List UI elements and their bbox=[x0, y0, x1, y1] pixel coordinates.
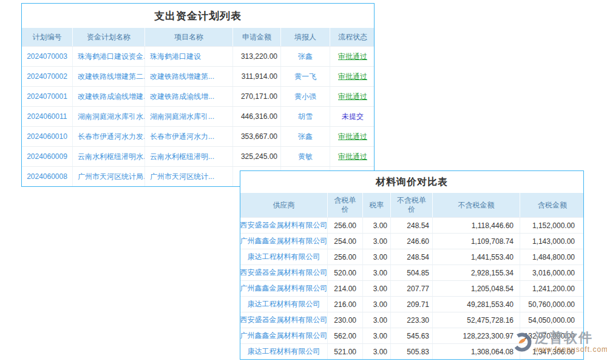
amount-cell: 313,220.00 bbox=[233, 47, 281, 66]
plan-row: 2024070001改建铁路成渝线增建...改建铁路成渝线增...270,171… bbox=[22, 86, 374, 106]
quote-row: 西安盛器金属材料有限公司230.003.00223.3052,475,728.1… bbox=[240, 312, 583, 328]
amount-incl-tax-cell: 3,016,000.00 bbox=[520, 265, 585, 280]
project-name-link[interactable]: 湖南洞庭湖水库引... bbox=[145, 107, 233, 126]
supplier-link[interactable]: 康达工程材料有限公司 bbox=[240, 344, 328, 359]
column-header: 流程状态 bbox=[330, 28, 375, 46]
status-link[interactable]: 审批通过 bbox=[330, 47, 375, 66]
project-name-link[interactable]: 广州市天河区统计... bbox=[145, 167, 233, 186]
supplier-link[interactable]: 广州鑫鑫金属材料有限公司 bbox=[240, 234, 328, 249]
plan-row: 2024070002改建铁路线增建第二...改建铁路线增建第...311,914… bbox=[22, 66, 374, 86]
plan-id-link[interactable]: 2024060009 bbox=[22, 147, 73, 166]
supplier-link[interactable]: 广州鑫鑫金属材料有限公司 bbox=[240, 328, 328, 343]
plan-id-link[interactable]: 2024070003 bbox=[22, 47, 73, 66]
amount-incl-tax-cell: 1,143,000.00 bbox=[520, 234, 585, 249]
plan-id-link[interactable]: 2024070001 bbox=[22, 87, 73, 106]
page: 支出资金计划列表 计划编号资金计划名称项目名称申请金额填报人流程状态 20240… bbox=[0, 0, 607, 364]
price-excl-tax-cell: 504.85 bbox=[391, 265, 433, 280]
tax-rate-cell: 3.00 bbox=[363, 344, 391, 359]
project-name-link[interactable]: 长春市伊通河水力... bbox=[145, 127, 233, 146]
price-incl-tax-cell: 216.00 bbox=[328, 297, 363, 312]
quote-row: 康达工程材料有限公司521.003.00505.831,308,064.081,… bbox=[240, 343, 583, 359]
amount-excl-tax-cell: 1,109,708.74 bbox=[433, 234, 520, 249]
tax-rate-cell: 3.00 bbox=[363, 234, 391, 249]
price-incl-tax-cell: 230.00 bbox=[328, 312, 363, 328]
amount-excl-tax-cell: 128,223,300.97 bbox=[433, 328, 520, 343]
column-header: 资金计划名称 bbox=[73, 28, 145, 46]
plan-table-body: 2024070003珠海鹤港口建设资金...珠海鹤港口建设313,220.00张… bbox=[22, 46, 374, 186]
amount-cell: 325,245.00 bbox=[233, 147, 281, 166]
column-header: 含税金额 bbox=[520, 193, 585, 217]
tax-rate-cell: 3.00 bbox=[363, 328, 391, 343]
amount-excl-tax-cell: 1,205,048.54 bbox=[433, 281, 520, 296]
plan-name-link[interactable]: 改建铁路线增建第二... bbox=[73, 67, 145, 86]
quote-table-panel: 材料询价对比表 供应商含税单价税率不含税单价不含税金额含税金额 西安盛器金属材料… bbox=[240, 170, 584, 360]
amount-excl-tax-cell: 2,928,155.34 bbox=[433, 265, 520, 280]
amount-cell: 270,171.00 bbox=[233, 87, 281, 106]
price-incl-tax-cell: 520.00 bbox=[328, 265, 363, 280]
status-link[interactable]: 审批通过 bbox=[330, 87, 375, 106]
plan-name-link[interactable]: 云南水利枢纽潜明水... bbox=[73, 147, 145, 166]
supplier-link[interactable]: 康达工程材料有限公司 bbox=[240, 297, 328, 312]
reporter-cell: 黄小强 bbox=[281, 87, 330, 106]
plan-name-link[interactable]: 湖南洞庭湖水库引水... bbox=[73, 107, 145, 126]
column-header: 申请金额 bbox=[233, 28, 281, 46]
supplier-link[interactable]: 西安盛器金属材料有限公司 bbox=[240, 312, 328, 328]
price-incl-tax-cell: 256.00 bbox=[328, 218, 363, 233]
column-header: 项目名称 bbox=[145, 28, 233, 46]
project-name-link[interactable]: 改建铁路成渝线增... bbox=[145, 87, 233, 106]
supplier-link[interactable]: 西安盛器金属材料有限公司 bbox=[240, 265, 328, 280]
reporter-cell: 黄一飞 bbox=[281, 67, 330, 86]
project-name-link[interactable]: 改建铁路线增建第... bbox=[145, 67, 233, 86]
amount-incl-tax-cell: 1,241,200.00 bbox=[520, 281, 585, 296]
quote-row: 康达工程材料有限公司256.003.00248.541,441,553.401,… bbox=[240, 249, 583, 265]
status-link[interactable]: 未提交 bbox=[330, 107, 375, 126]
quote-table-title: 材料询价对比表 bbox=[240, 171, 583, 193]
plan-id-link[interactable]: 2024060008 bbox=[22, 167, 73, 186]
plan-name-link[interactable]: 长春市伊通河水力发... bbox=[73, 127, 145, 146]
price-excl-tax-cell: 248.54 bbox=[391, 218, 433, 233]
column-header: 填报人 bbox=[281, 28, 330, 46]
tax-rate-cell: 3.00 bbox=[363, 249, 391, 265]
status-link[interactable]: 审批通过 bbox=[330, 147, 375, 166]
supplier-link[interactable]: 西安盛器金属材料有限公司 bbox=[240, 218, 328, 233]
reporter-cell: 张鑫 bbox=[281, 127, 330, 146]
plan-name-link[interactable]: 珠海鹤港口建设资金... bbox=[73, 47, 145, 66]
status-link[interactable]: 审批通过 bbox=[330, 67, 375, 86]
plan-row: 2024060009云南水利枢纽潜明水...云南水利枢纽潜明...325,245… bbox=[22, 146, 374, 166]
plan-table-title: 支出资金计划列表 bbox=[22, 4, 374, 28]
plan-row: 2024060011湖南洞庭湖水库引水...湖南洞庭湖水库引...446,316… bbox=[22, 106, 374, 126]
amount-incl-tax-cell: 54,050,000.00 bbox=[520, 312, 585, 328]
amount-incl-tax-cell: 1,152,000.00 bbox=[520, 218, 585, 233]
supplier-link[interactable]: 广州鑫鑫金属材料有限公司 bbox=[240, 281, 328, 296]
price-excl-tax-cell: 209.71 bbox=[391, 297, 433, 312]
plan-name-link[interactable]: 改建铁路成渝线增建... bbox=[73, 87, 145, 106]
plan-name-link[interactable]: 广州市天河区统计局... bbox=[73, 167, 145, 186]
project-name-link[interactable]: 珠海鹤港口建设 bbox=[145, 47, 233, 66]
price-excl-tax-cell: 505.83 bbox=[391, 344, 433, 359]
price-excl-tax-cell: 545.63 bbox=[391, 328, 433, 343]
column-header: 计划编号 bbox=[22, 28, 73, 46]
amount-incl-tax-cell: 50,760,000.00 bbox=[520, 297, 585, 312]
tax-rate-cell: 3.00 bbox=[363, 265, 391, 280]
amount-excl-tax-cell: 52,475,728.16 bbox=[433, 312, 520, 328]
column-header: 供应商 bbox=[240, 193, 328, 217]
price-incl-tax-cell: 521.00 bbox=[328, 344, 363, 359]
reporter-cell: 张鑫 bbox=[281, 47, 330, 66]
quote-row: 广州鑫鑫金属材料有限公司214.003.00207.771,205,048.54… bbox=[240, 280, 583, 296]
plan-table-panel: 支出资金计划列表 计划编号资金计划名称项目名称申请金额填报人流程状态 20240… bbox=[21, 3, 375, 187]
plan-id-link[interactable]: 2024060010 bbox=[22, 127, 73, 146]
supplier-link[interactable]: 康达工程材料有限公司 bbox=[240, 249, 328, 265]
price-incl-tax-cell: 562.00 bbox=[328, 328, 363, 343]
amount-cell: 446,316.00 bbox=[233, 107, 281, 126]
price-incl-tax-cell: 254.00 bbox=[328, 234, 363, 249]
price-excl-tax-cell: 223.30 bbox=[391, 312, 433, 328]
tax-rate-cell: 3.00 bbox=[363, 297, 391, 312]
amount-incl-tax-cell: 1,347,306.00 bbox=[520, 344, 585, 359]
project-name-link[interactable]: 云南水利枢纽潜明... bbox=[145, 147, 233, 166]
price-excl-tax-cell: 246.60 bbox=[391, 234, 433, 249]
column-header: 含税单价 bbox=[328, 193, 363, 217]
plan-id-link[interactable]: 2024060011 bbox=[22, 107, 73, 126]
price-excl-tax-cell: 207.77 bbox=[391, 281, 433, 296]
plan-id-link[interactable]: 2024070002 bbox=[22, 67, 73, 86]
status-link[interactable]: 审批通过 bbox=[330, 127, 375, 146]
